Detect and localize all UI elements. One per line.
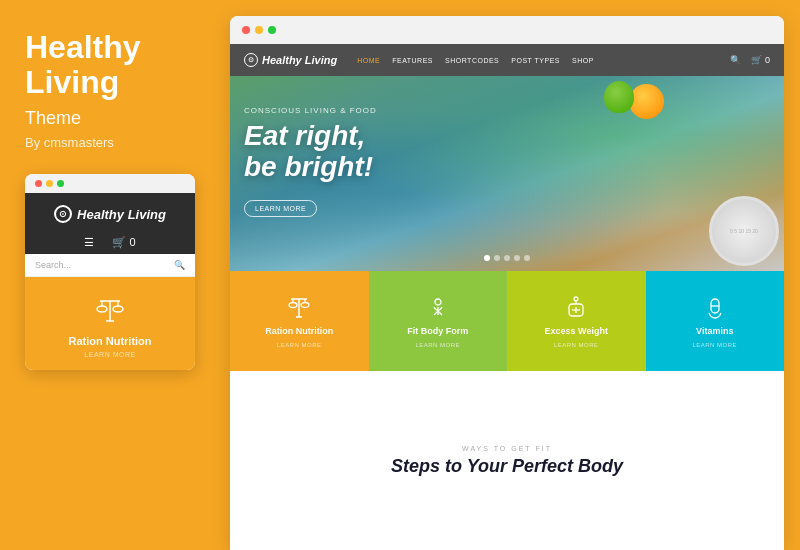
vitamins-icon — [701, 294, 729, 322]
mockup-search: Search... 🔍 — [25, 254, 195, 277]
feature-ration-label: Ration Nutrition — [265, 326, 333, 336]
hamburger-icon[interactable]: ☰ — [84, 236, 94, 249]
site-header-right: 🔍 🛒 0 — [730, 55, 770, 65]
hero-title-line2: be bright! — [244, 151, 373, 182]
svg-point-20 — [574, 297, 578, 301]
mockup-logo-text: Healthy Living — [77, 207, 166, 222]
hero-dot-1[interactable] — [484, 255, 490, 261]
dot-green — [57, 180, 64, 187]
apple-decoration — [604, 81, 634, 113]
hero-section: 0 5 10 15 20 Conscious Living & Food Eat… — [230, 76, 784, 271]
search-icon[interactable]: 🔍 — [730, 55, 741, 65]
dot-red — [35, 180, 42, 187]
site-nav: HOME FEATURES SHORTCODES POST TYPES SHOP — [357, 57, 730, 64]
theme-byline: By cmsmasters — [25, 135, 205, 150]
site-logo-icon: ⊙ — [244, 53, 258, 67]
feature-box-excess[interactable]: Excess Weight LEARN MORE — [507, 271, 646, 371]
browser-titlebar — [230, 16, 784, 44]
theme-subtitle: Theme — [25, 108, 205, 129]
svg-point-14 — [435, 299, 441, 305]
cart-icon[interactable]: 🛒 0 — [112, 236, 135, 249]
nav-shortcodes[interactable]: SHORTCODES — [445, 57, 499, 64]
ration-icon — [285, 294, 313, 322]
excess-icon — [562, 294, 590, 322]
mockup-header: ⊙ Healthy Living — [25, 193, 195, 231]
svg-point-10 — [301, 303, 309, 308]
feature-learn[interactable]: LEARN MORE — [35, 351, 185, 358]
feature-vitamins-label: Vitamins — [696, 326, 733, 336]
mockup-logo: ⊙ Healthy Living — [35, 205, 185, 223]
bottom-section: WAYS TO GET FIT Steps to Your Perfect Bo… — [230, 371, 784, 550]
ration-nutrition-icon — [92, 293, 128, 329]
hero-subtitle: Conscious Living & Food — [244, 106, 377, 115]
logo-icon: ⊙ — [54, 205, 72, 223]
browser-dot-yellow — [255, 26, 263, 34]
search-icon[interactable]: 🔍 — [174, 260, 185, 270]
hero-title-line1: Eat right, — [244, 120, 365, 151]
nav-home[interactable]: HOME — [357, 57, 380, 64]
nav-post-types[interactable]: POST TYPES — [511, 57, 560, 64]
site-header: ⊙ Healthy Living HOME FEATURES SHORTCODE… — [230, 44, 784, 76]
mobile-mockup: ⊙ Healthy Living ☰ 🛒 0 Search... 🔍 Rati — [25, 174, 195, 370]
browser-dot-red — [242, 26, 250, 34]
nav-shop[interactable]: SHOP — [572, 57, 594, 64]
hero-dot-5[interactable] — [524, 255, 530, 261]
feature-box-fit[interactable]: Fit Body Form LEARN MORE — [369, 271, 508, 371]
feature-box-ration[interactable]: Ration Nutrition LEARN MORE — [230, 271, 369, 371]
hero-learn-more-button[interactable]: LEARN MORE — [244, 200, 317, 217]
browser-mockup: ⊙ Healthy Living HOME FEATURES SHORTCODE… — [230, 16, 784, 550]
ways-label: WAYS TO GET FIT — [462, 445, 552, 452]
hero-content: Conscious Living & Food Eat right, be br… — [244, 106, 377, 217]
feature-excess-label: Excess Weight — [545, 326, 608, 336]
nav-features[interactable]: FEATURES — [392, 57, 433, 64]
mockup-titlebar — [25, 174, 195, 193]
theme-title: HealthyLiving — [25, 30, 205, 100]
hero-dots — [484, 255, 530, 261]
steps-title: Steps to Your Perfect Body — [391, 456, 623, 477]
feature-ration-learn[interactable]: LEARN MORE — [277, 342, 322, 348]
hero-dot-2[interactable] — [494, 255, 500, 261]
feature-boxes: Ration Nutrition LEARN MORE Fit Body For… — [230, 271, 784, 371]
left-panel: HealthyLiving Theme By cmsmasters ⊙ Heal… — [0, 0, 230, 550]
search-placeholder-text: Search... — [35, 260, 71, 270]
mockup-nav: ☰ 🛒 0 — [25, 231, 195, 254]
fit-icon — [424, 294, 452, 322]
svg-point-2 — [97, 306, 107, 312]
feature-vitamins-learn[interactable]: LEARN MORE — [692, 342, 737, 348]
hero-title: Eat right, be bright! — [244, 121, 377, 183]
mockup-feature: Ration Nutrition LEARN MORE — [25, 277, 195, 370]
svg-point-9 — [289, 303, 297, 308]
orange-decoration — [629, 84, 664, 119]
feature-box-vitamins[interactable]: Vitamins LEARN MORE — [646, 271, 785, 371]
browser-dot-green — [268, 26, 276, 34]
dot-yellow — [46, 180, 53, 187]
hero-dot-4[interactable] — [514, 255, 520, 261]
site-logo-text: Healthy Living — [262, 54, 337, 66]
site-logo: ⊙ Healthy Living — [244, 53, 337, 67]
scale-decoration: 0 5 10 15 20 — [709, 196, 779, 266]
hero-dot-3[interactable] — [504, 255, 510, 261]
cart-header-icon[interactable]: 🛒 0 — [751, 55, 770, 65]
feature-fit-learn[interactable]: LEARN MORE — [415, 342, 460, 348]
svg-point-3 — [113, 306, 123, 312]
feature-fit-label: Fit Body Form — [407, 326, 468, 336]
feature-excess-learn[interactable]: LEARN MORE — [554, 342, 599, 348]
feature-label: Ration Nutrition — [35, 335, 185, 347]
